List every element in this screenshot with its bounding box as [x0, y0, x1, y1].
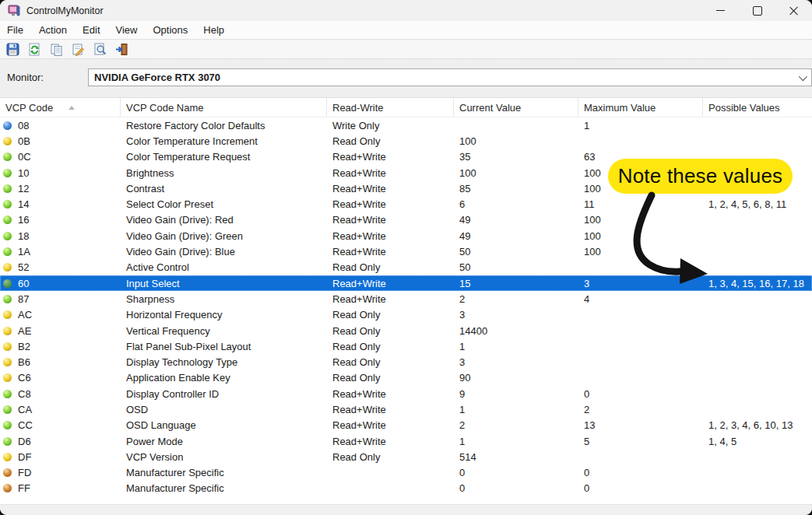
table-row[interactable]: FD Manufacturer Specific 0 0: [0, 465, 812, 481]
vcp-code: DF: [18, 451, 31, 463]
table-row[interactable]: C8 Display Controller ID Read+Write 9 0: [0, 386, 812, 401]
column-header-possible-values[interactable]: Possible Values: [703, 98, 812, 117]
save-button[interactable]: [5, 42, 20, 57]
table-row[interactable]: B6 Display Technology Type Read Only 3: [0, 354, 812, 370]
read-write: Read+Write: [327, 198, 454, 210]
vcp-code: AC: [18, 309, 32, 321]
vcp-code-name: OSD Language: [121, 419, 327, 431]
vcp-dot-icon: [3, 200, 12, 208]
vcp-code: 14: [18, 198, 29, 210]
minimize-icon[interactable]: [702, 0, 739, 21]
annotation-note: Note these values: [608, 159, 793, 194]
vcp-dot-icon: [3, 405, 12, 414]
statusbar: [0, 504, 812, 515]
vcp-code-name: Color Temperature Request: [121, 151, 327, 163]
table-row[interactable]: CA OSD Read+Write 1 2: [0, 401, 812, 417]
vcp-dot-icon: [3, 247, 12, 256]
table-row[interactable]: 14 Select Color Preset Read+Write 6 11 1…: [0, 196, 812, 212]
menu-help[interactable]: Help: [195, 21, 232, 39]
read-write: Read Only: [327, 451, 454, 463]
table-row[interactable]: 1A Video Gain (Drive): Blue Read+Write 5…: [0, 243, 812, 259]
current-value: 9: [454, 388, 578, 400]
menu-edit[interactable]: Edit: [75, 21, 107, 39]
monitor-combobox-value: NVIDIA GeForce RTX 3070: [94, 72, 220, 83]
monitor-combobox[interactable]: NVIDIA GeForce RTX 3070: [88, 68, 812, 86]
current-value: 50: [454, 246, 578, 258]
maximum-value: 100: [578, 214, 703, 226]
save-icon: [6, 43, 19, 56]
vcp-dot-icon: [3, 437, 12, 446]
column-header-read-write[interactable]: Read-Write: [327, 98, 454, 117]
find-button[interactable]: [93, 42, 107, 57]
table-row[interactable]: 08 Restore Factory Color Defaults Write …: [0, 117, 812, 133]
current-value: 50: [454, 261, 578, 273]
read-write: Read+Write: [327, 230, 454, 242]
menu-file[interactable]: File: [0, 21, 31, 39]
column-header-current-value[interactable]: Current Value: [454, 98, 578, 117]
table-row[interactable]: DF VCP Version Read Only 514: [0, 449, 812, 464]
maximize-icon[interactable]: [739, 0, 775, 21]
refresh-button[interactable]: [27, 42, 42, 57]
possible-values: 1, 4, 5: [703, 436, 812, 447]
possible-values: 1, 2, 3, 4, 6, 10, 13: [703, 419, 812, 431]
vcp-code: B2: [18, 341, 30, 352]
table-row[interactable]: D6 Power Mode Read+Write 1 5 1, 4, 5: [0, 433, 812, 449]
table-row[interactable]: AC Horizontal Frequency Read Only 3: [0, 307, 812, 323]
maximum-value: 3: [578, 278, 703, 289]
table-row[interactable]: 0B Color Temperature Increment Read Only…: [0, 133, 812, 149]
table-row[interactable]: C6 Application Enable Key Read Only 90: [0, 370, 812, 386]
read-write: Read+Write: [327, 167, 454, 179]
vcp-dot-icon: [3, 342, 12, 351]
vcp-code: 08: [18, 120, 29, 131]
vcp-code-name: Video Gain (Drive): Blue: [121, 246, 327, 258]
read-write: Read+Write: [327, 246, 454, 258]
table-row[interactable]: AE Vertical Frequency Read Only 14400: [0, 323, 812, 338]
vcp-code-name: OSD: [121, 404, 327, 415]
current-value: 3: [454, 356, 578, 368]
vcp-code: 60: [18, 278, 29, 289]
window-title: ControlMyMonitor: [26, 5, 104, 16]
copy-icon: [50, 43, 63, 56]
table-row[interactable]: 18 Video Gain (Drive): Green Read+Write …: [0, 228, 812, 243]
vcp-code: 18: [18, 230, 29, 242]
vcp-code-name: Contrast: [121, 183, 327, 194]
current-value: 6: [454, 198, 578, 210]
menu-options[interactable]: Options: [145, 21, 195, 39]
vcp-code-name: Video Gain (Drive): Green: [121, 230, 327, 242]
vcp-code-name: Manufacturer Specific: [121, 467, 327, 478]
vcp-code-name: Brightness: [121, 167, 327, 179]
vcp-code: 0B: [18, 135, 30, 147]
vcp-dot-icon: [3, 453, 12, 461]
read-write: Read+Write: [327, 183, 454, 194]
current-value: 35: [454, 151, 578, 163]
table-row[interactable]: 87 Sharpness Read+Write 2 4: [0, 291, 812, 307]
table-row[interactable]: 16 Video Gain (Drive): Red Read+Write 49…: [0, 212, 812, 228]
vcp-dot-icon: [3, 310, 12, 319]
menu-view[interactable]: View: [108, 21, 146, 39]
table-header: VCP Code VCP Code Name Read-Write Curren…: [0, 98, 812, 117]
copy-button[interactable]: [49, 42, 64, 57]
table-row[interactable]: CC OSD Language Read+Write 2 13 1, 2, 3,…: [0, 418, 812, 433]
read-write: Read Only: [327, 135, 454, 147]
menu-action[interactable]: Action: [31, 21, 75, 39]
current-value: 3: [454, 309, 578, 321]
table-row[interactable]: 60 Input Select Read+Write 15 3 1, 3, 4,…: [0, 275, 812, 291]
maximum-value: 11: [578, 198, 703, 210]
vcp-code-name: VCP Version: [121, 451, 327, 463]
read-write: Read Only: [327, 325, 454, 337]
properties-button[interactable]: [71, 42, 86, 57]
close-icon[interactable]: [775, 0, 812, 21]
table-row[interactable]: FF Manufacturer Specific 0 0: [0, 481, 812, 496]
possible-values: 1, 3, 4, 15, 16, 17, 18: [703, 278, 812, 289]
column-header-vcp-code[interactable]: VCP Code: [0, 98, 121, 117]
table-row[interactable]: B2 Flat Panel Sub-Pixel Layout Read Only…: [0, 338, 812, 354]
vcp-code: 16: [18, 214, 29, 226]
current-value: 85: [454, 183, 578, 194]
table-row[interactable]: 52 Active Control Read Only 50: [0, 260, 812, 275]
current-value: 2: [454, 293, 578, 305]
vcp-code-name: Sharpness: [121, 293, 327, 305]
vcp-code: C6: [18, 372, 31, 384]
column-header-maximum-value[interactable]: Maximum Value: [578, 98, 703, 117]
exit-button[interactable]: [114, 42, 129, 57]
column-header-vcp-code-name[interactable]: VCP Code Name: [121, 98, 327, 117]
